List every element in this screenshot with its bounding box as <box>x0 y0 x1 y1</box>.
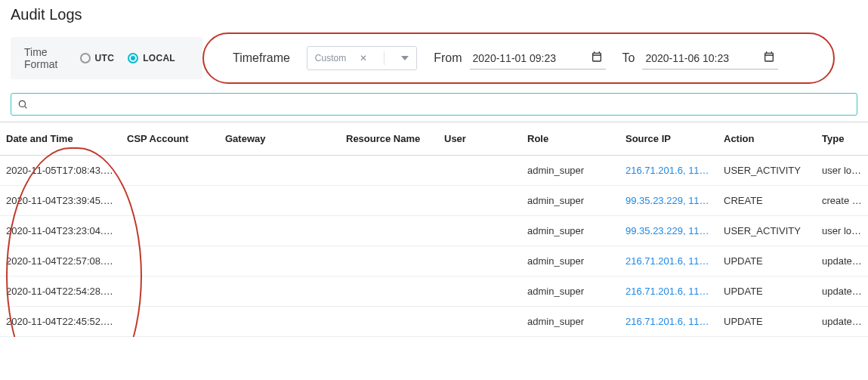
search-icon <box>17 99 28 110</box>
table-wrap: Date and Time CSP Account Gateway Resour… <box>0 122 868 337</box>
page-title: Audit Logs <box>0 0 868 32</box>
cell-user <box>438 186 521 216</box>
table-row[interactable]: 2020-11-04T22:45:52.466admin_super216.71… <box>0 307 868 337</box>
cell-source-ip[interactable]: 216.71.201.6, 11.1…. <box>619 307 718 337</box>
cell-date: 2020-11-04T23:23:04.870 <box>0 216 121 246</box>
audit-table: Date and Time CSP Account Gateway Resour… <box>0 122 868 337</box>
cell-csp <box>121 246 219 277</box>
calendar-icon[interactable] <box>763 51 775 63</box>
timeframe-value: Custom <box>315 53 346 63</box>
cell-gateway <box>219 307 340 337</box>
cell-role: admin_super <box>521 277 619 307</box>
to-label: To <box>622 51 635 65</box>
time-format-label: Time Format <box>24 46 65 70</box>
radio-local-label: LOCAL <box>143 53 175 63</box>
cell-source-ip[interactable]: 99.35.23.229, 11.1…. <box>619 186 718 216</box>
cell-resource <box>340 307 438 337</box>
cell-action: CREATE <box>718 186 816 216</box>
th-role[interactable]: Role <box>521 122 619 156</box>
cell-user <box>438 307 521 337</box>
chevron-down-icon <box>401 56 409 60</box>
cell-resource <box>340 186 438 216</box>
calendar-icon[interactable] <box>591 51 603 63</box>
th-user[interactable]: User <box>438 122 521 156</box>
cell-gateway <box>219 156 340 186</box>
cell-type: create a account setting <box>816 186 868 216</box>
table-row[interactable]: 2020-11-04T22:54:28.639admin_super216.71… <box>0 277 868 307</box>
th-source-ip[interactable]: Source IP <box>619 122 718 156</box>
timeframe-group: Timeframe Custom ✕ From To <box>210 46 857 70</box>
cell-action: UPDATE <box>718 246 816 277</box>
search-input[interactable] <box>28 98 851 110</box>
time-format-box: Time Format UTC LOCAL <box>11 37 202 79</box>
svg-line-1 <box>25 107 27 109</box>
cell-role: admin_super <box>521 186 619 216</box>
cell-type: updated egress-p <box>816 307 868 337</box>
cell-gateway <box>219 277 340 307</box>
radio-local[interactable]: LOCAL <box>128 53 175 63</box>
radio-icon <box>80 53 91 63</box>
cell-type: updated egress-p egress-p <box>816 246 868 277</box>
cell-gateway <box>219 186 340 216</box>
cell-action: UPDATE <box>718 277 816 307</box>
cell-action: USER_ACTIVITY <box>718 156 816 186</box>
cell-action: USER_ACTIVITY <box>718 216 816 246</box>
table-row[interactable]: 2020-11-04T23:39:45.396admin_super99.35.… <box>0 186 868 216</box>
cell-user <box>438 246 521 277</box>
svg-point-0 <box>19 100 25 107</box>
timeframe-label: Timeframe <box>233 51 290 65</box>
radio-utc[interactable]: UTC <box>80 53 115 63</box>
table-row[interactable]: 2020-11-04T22:57:08.473admin_super216.71… <box>0 246 868 277</box>
cell-resource <box>340 156 438 186</box>
cell-role: admin_super <box>521 216 619 246</box>
cell-source-ip[interactable]: 216.71.201.6, 11.1…. <box>619 277 718 307</box>
cell-gateway <box>219 246 340 277</box>
radio-utc-label: UTC <box>95 53 115 63</box>
clear-icon[interactable]: ✕ <box>360 53 367 63</box>
from-input[interactable] <box>470 48 606 70</box>
th-csp[interactable]: CSP Account <box>121 122 219 156</box>
cell-type: updated egress-p egress-p <box>816 277 868 307</box>
cell-date: 2020-11-04T22:57:08.473 <box>0 246 121 277</box>
cell-type: user login <box>816 216 868 246</box>
table-row[interactable]: 2020-11-05T17:08:43.960admin_super216.71… <box>0 156 868 186</box>
cell-date: 2020-11-05T17:08:43.960 <box>0 156 121 186</box>
cell-source-ip[interactable]: 216.71.201.6, 11.1…. <box>619 156 718 186</box>
th-gateway[interactable]: Gateway <box>219 122 340 156</box>
cell-type: user login <box>816 156 868 186</box>
cell-resource <box>340 277 438 307</box>
cell-csp <box>121 216 219 246</box>
th-date[interactable]: Date and Time <box>0 122 121 156</box>
cell-role: admin_super <box>521 307 619 337</box>
from-label: From <box>434 51 462 65</box>
cell-csp <box>121 277 219 307</box>
cell-source-ip[interactable]: 216.71.201.6, 11.1…. <box>619 246 718 277</box>
th-type[interactable]: Type <box>816 122 868 156</box>
th-resource[interactable]: Resource Name <box>340 122 438 156</box>
cell-user <box>438 277 521 307</box>
cell-action: UPDATE <box>718 307 816 337</box>
to-input[interactable] <box>642 48 778 70</box>
search-bar[interactable] <box>11 93 857 116</box>
cell-resource <box>340 246 438 277</box>
cell-source-ip[interactable]: 99.35.23.229, 11.1…. <box>619 216 718 246</box>
cell-resource <box>340 216 438 246</box>
cell-gateway <box>219 216 340 246</box>
cell-role: admin_super <box>521 246 619 277</box>
cell-role: admin_super <box>521 156 619 186</box>
cell-user <box>438 216 521 246</box>
cell-date: 2020-11-04T22:45:52.466 <box>0 307 121 337</box>
table-row[interactable]: 2020-11-04T23:23:04.870admin_super99.35.… <box>0 216 868 246</box>
cell-csp <box>121 307 219 337</box>
controls-row: Time Format UTC LOCAL Timeframe Custom ✕… <box>0 32 868 90</box>
divider <box>384 51 385 65</box>
timeframe-select[interactable]: Custom ✕ <box>307 46 417 70</box>
th-action[interactable]: Action <box>718 122 816 156</box>
cell-csp <box>121 186 219 216</box>
table-header-row: Date and Time CSP Account Gateway Resour… <box>0 122 868 156</box>
cell-date: 2020-11-04T23:39:45.396 <box>0 186 121 216</box>
cell-csp <box>121 156 219 186</box>
cell-user <box>438 156 521 186</box>
radio-icon <box>128 53 138 63</box>
cell-date: 2020-11-04T22:54:28.639 <box>0 277 121 307</box>
